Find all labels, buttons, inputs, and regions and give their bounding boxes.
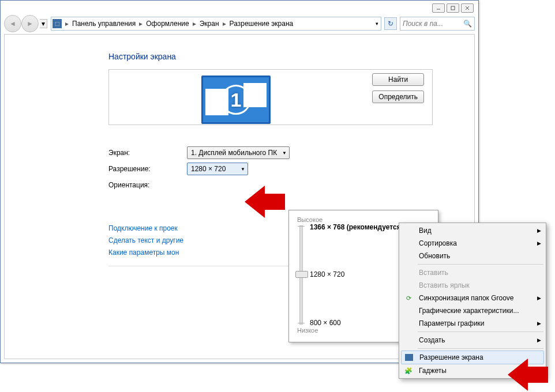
menu-groove[interactable]: ⟳Синхронизация папок Groove▶ (400, 292, 545, 304)
search-icon: 🔍 (463, 20, 472, 28)
menu-paste-shortcut: Вставить ярлык (400, 279, 545, 292)
chevron-right-icon: ▸ (192, 20, 197, 28)
breadcrumb-item[interactable]: Панель управления (70, 18, 138, 29)
search-input[interactable]: Поиск в па... 🔍 (400, 17, 475, 31)
slider-recommended: 1366 × 768 (рекомендуется) (310, 223, 403, 231)
maximize-button[interactable] (447, 3, 459, 13)
slider-min: 800 × 600 (310, 319, 341, 327)
search-placeholder: Поиск в па... (403, 20, 443, 28)
chevron-right-icon: ▸ (138, 20, 144, 28)
chevron-down-icon[interactable]: ▾ (376, 21, 378, 27)
menu-view[interactable]: Вид▶ (400, 224, 545, 237)
annotation-arrow-1 (245, 186, 285, 218)
nav-bar: ◄ ► ▾ ⬚ ▸ Панель управления ▸ Оформление… (4, 16, 475, 32)
forward-button[interactable]: ► (21, 15, 39, 32)
refresh-button[interactable]: ↻ (384, 17, 397, 30)
menu-sort[interactable]: Сортировка▶ (400, 237, 545, 250)
annotation-arrow-2 (508, 359, 548, 391)
gadgets-icon: 🧩 (404, 366, 413, 375)
orientation-label: Ориентация: (108, 181, 187, 189)
chevron-right-icon: ▶ (537, 337, 541, 343)
detect-button[interactable]: Определить (372, 91, 424, 103)
chevron-down-icon: ▼ (282, 150, 287, 156)
resolution-value: 1280 × 720 (191, 165, 226, 173)
resolution-dropdown[interactable]: 1280 × 720 ▼ (187, 163, 248, 175)
chevron-right-icon: ▶ (537, 228, 541, 233)
monitor-1[interactable]: 1 (201, 76, 271, 124)
chevron-right-icon: ▶ (537, 321, 541, 326)
find-button[interactable]: Найти (372, 73, 424, 86)
display-dropdown[interactable]: 1. Дисплей мобильного ПК ▼ (187, 146, 290, 159)
desktop-context-menu: Вид▶ Сортировка▶ Обновить Вставить Встав… (399, 223, 546, 379)
menu-gfx-chars[interactable]: Графические характеристики... (400, 304, 545, 317)
menu-separator (418, 331, 543, 332)
resolution-label: Разрешение: (108, 165, 187, 173)
chevron-down-icon: ▼ (241, 167, 245, 172)
chevron-right-icon: ▸ (64, 20, 70, 28)
menu-gfx-params[interactable]: Параметры графики▶ (400, 317, 545, 330)
page-title: Настройки экрана (108, 52, 474, 61)
breadcrumb[interactable]: ⬚ ▸ Панель управления ▸ Оформление ▸ Экр… (51, 17, 381, 31)
menu-refresh[interactable]: Обновить (400, 250, 545, 262)
projector-link[interactable]: Подключение к проек (108, 224, 178, 232)
control-panel-icon: ⬚ (52, 19, 62, 28)
breadcrumb-item[interactable]: Оформление (144, 18, 191, 29)
history-dropdown[interactable]: ▾ (40, 19, 47, 28)
svg-rect-1 (451, 6, 455, 10)
monitor-icon (405, 354, 413, 361)
menu-paste: Вставить (400, 266, 545, 279)
monitor-number: 1 (221, 85, 251, 115)
slider-current: 1280 × 720 (310, 270, 344, 278)
breadcrumb-item[interactable]: Разрешение экрана (227, 18, 296, 29)
back-button[interactable]: ◄ (4, 15, 21, 32)
resolution-slider[interactable] (299, 225, 303, 325)
breadcrumb-item[interactable]: Экран (197, 18, 222, 29)
chevron-right-icon: ▸ (222, 20, 227, 28)
monitor-preview-box: 1 Найти Определить (108, 69, 433, 125)
groove-icon: ⟳ (404, 293, 413, 303)
minimize-button[interactable] (432, 3, 445, 13)
chevron-right-icon: ▶ (537, 240, 541, 246)
menu-separator (418, 264, 543, 265)
chevron-right-icon: ▶ (537, 295, 541, 301)
svg-marker-4 (245, 186, 285, 218)
svg-marker-5 (508, 359, 548, 391)
menu-create[interactable]: Создать▶ (400, 334, 545, 346)
slider-thumb[interactable] (295, 271, 308, 278)
nav-back-forward: ◄ ► (4, 15, 39, 32)
display-label: Экран: (108, 149, 187, 157)
menu-separator (418, 348, 543, 349)
close-button[interactable] (461, 3, 474, 13)
caption-buttons (432, 3, 474, 13)
display-value: 1. Дисплей мобильного ПК (191, 149, 277, 157)
